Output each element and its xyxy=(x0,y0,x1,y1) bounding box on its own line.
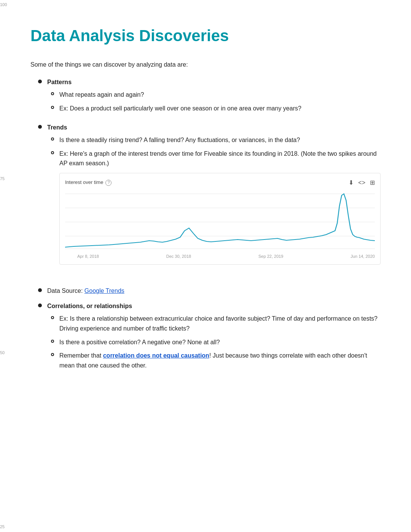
sub-item-text: What repeats again and again? xyxy=(59,90,381,100)
list-item: Ex: Does a product sell particularly wel… xyxy=(51,104,381,113)
y-label: 50 xyxy=(0,350,12,356)
x-label: Jun 14, 2020 xyxy=(350,253,375,260)
x-axis-labels: Apr 8, 2018 Dec 30, 2018 Sep 22, 2019 Ju… xyxy=(65,253,375,260)
chart-svg-area: Apr 8, 2018 Dec 30, 2018 Sep 22, 2019 Ju… xyxy=(65,191,375,260)
correlation-causation-link[interactable]: correlation does not equal causation xyxy=(103,352,209,359)
sub-bullet xyxy=(51,316,54,319)
main-list: Patterns What repeats again and again? E… xyxy=(38,77,381,374)
bullet-dot xyxy=(38,125,42,129)
patterns-content: Patterns What repeats again and again? E… xyxy=(47,77,381,117)
list-item-correlations: Correlations, or relationships Ex: Is th… xyxy=(38,301,381,374)
list-item-chart: Ex: Here's a graph of the interest trend… xyxy=(51,149,381,268)
sub-item-text: Ex: Is there a relationship between extr… xyxy=(59,314,381,333)
chart-actions: ⬇ <> ⊞ xyxy=(349,178,375,188)
list-item-correlation-causation: Remember that correlation does not equal… xyxy=(51,351,381,370)
download-icon[interactable]: ⬇ xyxy=(349,178,354,188)
bullet-dot xyxy=(38,304,42,307)
chart-title: Interest over time ? xyxy=(65,179,112,187)
google-trends-link[interactable]: Google Trends xyxy=(84,288,124,294)
sub-item-text: Is there a steadily rising trend? A fall… xyxy=(59,135,381,145)
sub-item-text: Ex: Does a product sell particularly wel… xyxy=(59,104,381,113)
correlations-sub-list: Ex: Is there a relationship between extr… xyxy=(51,314,381,370)
sub-bullet xyxy=(51,151,54,154)
chart-description-text: Ex: Here's a graph of the interest trend… xyxy=(59,150,377,167)
help-icon[interactable]: ? xyxy=(105,180,112,186)
sub-bullet xyxy=(51,353,54,356)
list-item: Is there a steadily rising trend? A fall… xyxy=(51,135,381,145)
y-axis-labels: 100 75 50 25 xyxy=(0,0,12,402)
page-title: Data Analysis Discoveries xyxy=(30,23,381,48)
list-item: What repeats again and again? xyxy=(51,90,381,100)
interest-chart: Interest over time ? ⬇ <> ⊞ xyxy=(59,173,381,265)
trends-label: Trends xyxy=(47,124,67,131)
list-item: Is there a positive correlation? A negat… xyxy=(51,337,381,347)
list-item-datasource: Data Source: Google Trends xyxy=(38,286,381,296)
chart-svg xyxy=(65,191,375,252)
list-item-trends: Trends Is there a steadily rising trend?… xyxy=(38,123,381,281)
correlations-content: Correlations, or relationships Ex: Is th… xyxy=(47,301,381,374)
chart-header: Interest over time ? ⬇ <> ⊞ xyxy=(65,178,375,188)
sub-bullet xyxy=(51,340,54,343)
chart-area xyxy=(65,191,375,252)
list-item-patterns: Patterns What repeats again and again? E… xyxy=(38,77,381,117)
list-item-empty xyxy=(51,272,381,277)
x-label: Sep 22, 2019 xyxy=(258,253,283,260)
sub-bullet xyxy=(51,92,54,95)
y-label: 75 xyxy=(0,176,12,182)
embed-icon[interactable]: <> xyxy=(358,178,365,188)
list-item: Ex: Is there a relationship between extr… xyxy=(51,314,381,333)
sub-bullet xyxy=(51,106,54,109)
trends-sub-list: Is there a steadily rising trend? A fall… xyxy=(51,135,381,277)
x-label: Apr 8, 2018 xyxy=(77,253,99,260)
intro-text: Some of the things we can discover by an… xyxy=(30,60,381,70)
patterns-label: Patterns xyxy=(47,79,72,85)
sub-item-text-link: Remember that correlation does not equal… xyxy=(59,351,381,370)
datasource-content: Data Source: Google Trends xyxy=(47,286,381,296)
chart-description: Ex: Here's a graph of the interest trend… xyxy=(59,149,381,268)
chart-body: 100 75 50 25 xyxy=(65,191,375,260)
sub-bullet xyxy=(51,137,54,141)
trends-content: Trends Is there a steadily rising trend?… xyxy=(47,123,381,281)
y-label: 100 xyxy=(0,2,12,8)
bullet-dot xyxy=(38,80,42,83)
sub-item-text: Is there a positive correlation? A negat… xyxy=(59,337,381,347)
bullet-dot xyxy=(38,288,42,292)
datasource-label: Data Source: xyxy=(47,288,84,294)
x-label: Dec 30, 2018 xyxy=(166,253,191,260)
share-icon[interactable]: ⊞ xyxy=(370,178,375,188)
patterns-sub-list: What repeats again and again? Ex: Does a… xyxy=(51,90,381,113)
chart-title-text: Interest over time xyxy=(65,179,103,187)
correlations-label: Correlations, or relationships xyxy=(47,303,132,309)
